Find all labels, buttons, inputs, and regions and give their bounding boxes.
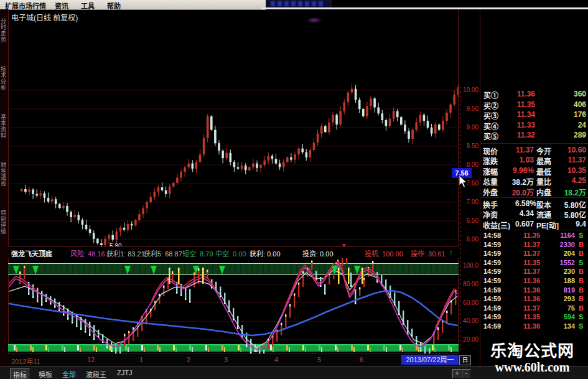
site-watermark: 乐淘公式网 www.60lt.com <box>477 342 588 374</box>
date-label-3: 2 <box>187 356 190 363</box>
indicator-param-0: 风险: 48.16 <box>70 248 105 258</box>
menu-item-3[interactable]: 帮助 <box>107 1 121 11</box>
tick-price: 11.37 <box>516 250 540 257</box>
tick-row-1: 14:5911.372330B <box>480 241 588 250</box>
stat-label2: 最低 <box>536 166 551 177</box>
bid-price: 11.34 <box>513 110 535 119</box>
tick-side: S <box>579 322 583 330</box>
tick-price: 11.37 <box>516 268 540 275</box>
price-axis-label: 6.00 <box>459 236 478 243</box>
stat2-row-1: 净资4.34流通5.80亿 <box>480 209 588 219</box>
menu-item-2[interactable]: 工具 <box>81 1 95 11</box>
stat-value: 11.37 <box>505 146 534 154</box>
tick-side: B <box>579 304 584 312</box>
stat-value: 20.0万 <box>505 187 534 197</box>
tick-volume: 819 <box>545 286 575 294</box>
stat-label2: 内盘 <box>536 187 551 197</box>
stat-value: 6.58% <box>515 199 534 208</box>
stat-value2: 9.4 <box>558 220 586 228</box>
stat-value2: 10.35 <box>554 166 586 175</box>
tick-row-6: 14:5911.36819B <box>480 286 588 295</box>
menu-item-1[interactable]: 资讯 <box>55 1 68 11</box>
bid-volume: 24 <box>555 121 586 129</box>
sidebar-tab-0[interactable]: 分时走势 <box>0 9 7 52</box>
bottom-tab-2[interactable]: 全部 <box>60 368 78 379</box>
stat-value2: 18.2万 <box>554 187 586 197</box>
stat-label: 涨跌 <box>483 156 498 166</box>
bottom-tab-0[interactable]: 指标 <box>10 368 30 379</box>
price-axis-label: 9.00 <box>459 124 478 131</box>
chart-title: 电子城(日线 前复权) <box>11 12 78 22</box>
stat-value2: 11.37 <box>554 156 586 164</box>
divider <box>480 143 588 144</box>
sidebar-tab-3[interactable]: 财务透视 <box>0 153 7 195</box>
zoom-out-button[interactable]: + <box>452 369 462 378</box>
bid-label: 买③ <box>483 110 498 121</box>
tick-volume: 1164 <box>545 232 575 239</box>
quote-panel: 买①11.36360买②11.35406买③11.34176买④11.3324买… <box>480 9 588 366</box>
indicator-name: 强龙飞天顶底 <box>11 248 52 258</box>
stat-label2: PE[动] <box>536 220 559 230</box>
tick-row-3: 14:5911.351552S <box>480 259 588 268</box>
zoom-in-button[interactable]: - <box>462 369 471 378</box>
tick-volume: 230 <box>545 268 575 275</box>
indicator-header: 强龙飞天顶底风险: 48.16获利1: 83.21获利5: 68.87短空: 8… <box>8 247 459 258</box>
watermark-url: www.60lt.com <box>477 360 588 374</box>
tick-time: 14:58 <box>483 232 501 239</box>
stat-value: 0.607 <box>515 220 534 228</box>
bottom-tab-3[interactable]: 波段王 <box>83 368 109 379</box>
date-label-1: 12 <box>87 356 95 363</box>
stat-label2: 最高 <box>536 156 551 166</box>
indicator-axis-label: 80.00 <box>459 281 478 288</box>
menu-bar-bg: 扩展市场行情资讯工具帮助 <box>0 0 266 10</box>
stat-row-1: 涨跌1.03最高11.37 <box>480 156 588 166</box>
tick-volume: 293 <box>545 295 575 302</box>
stat-value: 1.03 <box>505 156 534 164</box>
bid-price: 11.33 <box>513 121 535 129</box>
bid-price: 11.36 <box>513 90 535 98</box>
date-label-0: 2012年11 <box>11 356 40 366</box>
purple-smudge <box>306 17 322 23</box>
tick-side: B <box>579 295 584 302</box>
tick-price: 11.36 <box>516 277 540 284</box>
bottom-tab-4[interactable]: ZJTJ <box>114 368 134 377</box>
tick-side: B <box>579 250 584 257</box>
tick-row-4: 14:5911.37230B <box>480 268 588 276</box>
stat-label: 现价 <box>483 146 498 156</box>
bottom-tab-1[interactable]: 模板 <box>36 368 55 379</box>
menu-item-0[interactable]: 扩展市场行情 <box>5 1 46 11</box>
watermark-name: 乐淘公式网 <box>477 342 588 360</box>
stat-label: 总量 <box>483 176 498 187</box>
indicator-param-4: 中空: 0.00 <box>215 248 246 258</box>
tick-price: 11.37 <box>516 241 540 248</box>
stat-value: 4.34 <box>515 209 534 218</box>
divider <box>480 197 588 198</box>
indicator-param-2: 获利5: 68.87 <box>144 248 182 258</box>
current-date-badge: 2013/07/22周一 <box>401 355 459 365</box>
bid-price: 11.35 <box>513 100 535 109</box>
indicator-param-3: 短空: 8.79 <box>182 248 213 258</box>
stat-label2: 流通 <box>536 209 551 220</box>
indicator-param-1: 获利1: 83.21 <box>106 248 145 258</box>
tick-volume: 75 <box>545 304 575 312</box>
bid-volume: 289 <box>555 131 586 139</box>
period-day-button[interactable]: 日 <box>459 355 471 365</box>
mouse-cursor-icon <box>459 175 469 189</box>
sidebar-tab-4[interactable]: 特别评级 <box>0 201 7 243</box>
indicator-axis-label: 100.0 <box>459 262 478 269</box>
sidebar-tab-1[interactable]: 技术分析 <box>0 57 7 100</box>
tick-volume: 1552 <box>545 259 575 266</box>
stat-label: 涨幅 <box>483 166 498 177</box>
tick-row-7: 14:5911.36293B <box>480 295 588 304</box>
stat-value: 9.96% <box>505 166 534 175</box>
indicator-axis-label: 40.00 <box>459 317 478 324</box>
sidebar-tab-2[interactable]: 基本资料 <box>0 105 7 147</box>
stat-value2: 10.60 <box>554 146 586 154</box>
date-label-6: 5 <box>317 356 321 363</box>
stat-row-0: 现价11.37今开10.60 <box>480 146 588 156</box>
bid-volume: 176 <box>555 110 586 119</box>
tick-row-10: 14:5911.36134S <box>480 322 588 331</box>
tick-price: 11.36 <box>516 322 540 330</box>
indicator-axis-label: 60.00 <box>459 299 478 306</box>
stat-label2: 量比 <box>536 176 551 187</box>
